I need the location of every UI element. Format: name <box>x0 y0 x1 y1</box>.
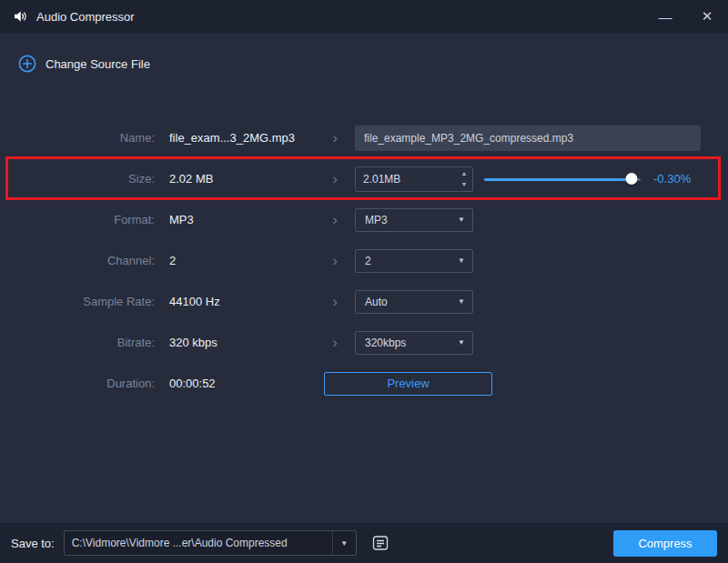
footer-bar: Save to: ▼ Compress <box>0 523 728 563</box>
size-slider-handle[interactable] <box>625 173 637 185</box>
titlebar: Audio Compressor — ✕ <box>0 0 728 33</box>
size-current-value: 2.02 MB <box>155 172 315 186</box>
speaker-icon <box>11 7 29 25</box>
chevron-right-icon: › <box>315 171 355 186</box>
duration-current-value: 00:00:52 <box>155 377 315 390</box>
close-button[interactable]: ✕ <box>686 0 728 33</box>
chevron-down-icon: ▼ <box>458 256 465 265</box>
audio-compressor-window: Audio Compressor — ✕ Change Source File … <box>0 0 728 563</box>
size-spinner: ▲ ▼ <box>355 166 473 192</box>
chevron-down-icon: ▼ <box>458 297 465 306</box>
sample-rate-selected-value: Auto <box>365 296 388 308</box>
chevron-right-icon: › <box>315 253 355 268</box>
sample-rate-row: Sample Rate: 44100 Hz › Auto ▼ <box>0 281 728 322</box>
sample-rate-current-value: 44100 Hz <box>155 295 315 308</box>
compress-button[interactable]: Compress <box>613 530 717 557</box>
format-row: Format: MP3 › MP3 ▼ <box>0 199 728 240</box>
add-circle-icon <box>18 55 36 73</box>
format-current-value: MP3 <box>155 213 315 226</box>
format-selected-value: MP3 <box>365 214 388 226</box>
size-reduction-percent: -0.30% <box>653 172 691 186</box>
chevron-down-icon: ▼ <box>458 338 465 347</box>
name-current-value: file_exam...3_2MG.mp3 <box>155 131 315 145</box>
duration-label: Duration: <box>0 377 155 390</box>
size-slider-fill <box>484 178 632 181</box>
change-source-file-label: Change Source File <box>46 57 150 71</box>
save-to-label: Save to: <box>11 537 55 550</box>
size-spin-buttons: ▲ ▼ <box>456 167 472 191</box>
settings-rows: Name: file_exam...3_2MG.mp3 › Size: 2.02… <box>0 117 728 404</box>
sample-rate-label: Sample Rate: <box>0 295 155 308</box>
bitrate-label: Bitrate: <box>0 336 155 349</box>
channel-label: Channel: <box>0 254 155 267</box>
output-name-input[interactable] <box>355 126 701 151</box>
size-label: Size: <box>0 172 155 186</box>
bitrate-current-value: 320 kbps <box>155 336 315 349</box>
chevron-down-icon: ▼ <box>458 216 465 224</box>
spin-up-icon[interactable]: ▲ <box>456 168 472 179</box>
sample-rate-dropdown[interactable]: Auto ▼ <box>355 290 473 314</box>
name-label: Name: <box>0 131 155 145</box>
change-source-file-button[interactable]: Change Source File <box>18 53 200 75</box>
save-path-input[interactable] <box>65 531 332 555</box>
channel-current-value: 2 <box>155 254 315 267</box>
chevron-right-icon: › <box>315 294 355 309</box>
save-path-combo: ▼ <box>64 530 357 556</box>
chevron-right-icon: › <box>315 335 355 350</box>
channel-dropdown[interactable]: 2 ▼ <box>355 249 473 273</box>
name-row: Name: file_exam...3_2MG.mp3 › <box>0 117 728 158</box>
size-value-input[interactable] <box>356 167 456 191</box>
preview-button[interactable]: Preview <box>324 372 492 396</box>
chevron-right-icon: › <box>315 212 355 227</box>
bitrate-dropdown[interactable]: 320kbps ▼ <box>355 331 473 355</box>
format-label: Format: <box>0 213 155 226</box>
browse-folder-button[interactable] <box>366 530 395 556</box>
size-slider[interactable] <box>484 173 641 186</box>
window-title: Audio Compressor <box>36 10 135 24</box>
size-row: Size: 2.02 MB › ▲ ▼ -0.30% <box>0 158 728 199</box>
channel-row: Channel: 2 › 2 ▼ <box>0 240 728 281</box>
chevron-down-icon[interactable]: ▼ <box>332 531 356 555</box>
duration-row: Duration: 00:00:52 Preview <box>0 363 728 404</box>
channel-selected-value: 2 <box>365 255 371 267</box>
open-folder-icon <box>371 535 389 551</box>
bitrate-selected-value: 320kbps <box>365 337 406 349</box>
spin-down-icon[interactable]: ▼ <box>456 179 472 190</box>
minimize-button[interactable]: — <box>644 0 686 33</box>
bitrate-row: Bitrate: 320 kbps › 320kbps ▼ <box>0 322 728 363</box>
chevron-right-icon: › <box>315 130 355 146</box>
format-dropdown[interactable]: MP3 ▼ <box>355 208 473 232</box>
